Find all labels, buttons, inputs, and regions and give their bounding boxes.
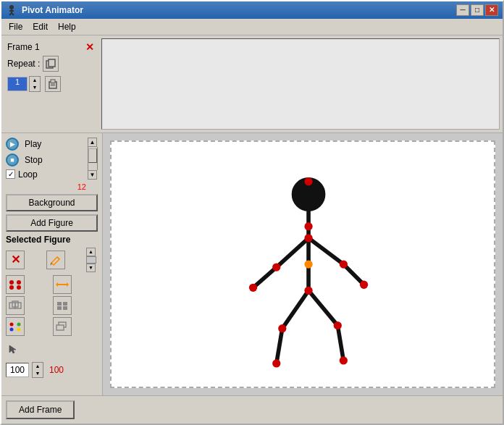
close-button[interactable]: ✕	[485, 4, 498, 16]
svg-line-12	[51, 263, 51, 265]
svg-point-46	[304, 234, 312, 242]
stop-button[interactable]: Stop	[23, 154, 44, 166]
copy-button[interactable]	[43, 56, 59, 72]
svg-point-27	[10, 322, 14, 326]
left-panel: ▶ Play ■ Stop ✓ Loop ▲	[1, 133, 103, 395]
menu-help[interactable]: Help	[54, 20, 80, 33]
svg-point-48	[249, 283, 257, 291]
svg-line-11	[57, 257, 59, 259]
play-icon: ▶	[6, 138, 19, 151]
svg-point-54	[334, 321, 342, 329]
frame-controls: Frame 1 ✕ Repeat : 1 ▲	[4, 38, 98, 130]
top-panel: Frame 1 ✕ Repeat : 1 ▲	[1, 35, 503, 133]
svg-line-40	[282, 290, 308, 328]
app-icon	[6, 4, 17, 16]
paste-icon	[48, 79, 58, 89]
stop-icon: ■	[6, 153, 19, 167]
svg-point-45	[304, 222, 312, 230]
svg-point-44	[304, 177, 312, 185]
fps-display: 12	[6, 182, 98, 191]
arrows-icon	[56, 279, 69, 290]
maximize-button[interactable]: □	[471, 4, 484, 16]
color-dots-button[interactable]	[6, 275, 25, 294]
add-figure-button[interactable]: Add Figure	[6, 214, 98, 232]
svg-point-15	[9, 285, 14, 290]
svg-point-53	[272, 359, 280, 367]
svg-point-28	[17, 322, 21, 326]
paste-button[interactable]	[45, 76, 61, 92]
size-spin-down[interactable]: ▼	[33, 370, 43, 377]
multi-color-button[interactable]	[6, 317, 25, 336]
repeat-input[interactable]: 1	[7, 77, 28, 91]
svg-rect-23	[57, 302, 62, 306]
minimize-button[interactable]: ─	[456, 4, 469, 16]
edit-figure-button[interactable]	[46, 251, 65, 269]
pointer-tool-button[interactable]	[6, 342, 20, 356]
pencil-icon	[50, 254, 62, 266]
frame-strip	[101, 38, 500, 130]
svg-rect-25	[57, 306, 62, 310]
size-spin-up[interactable]: ▲	[33, 363, 43, 370]
figure-scroll-up[interactable]: ▲	[86, 248, 96, 256]
background-button[interactable]: Background	[6, 194, 98, 211]
svg-line-41	[277, 328, 282, 363]
svg-point-0	[9, 5, 14, 9]
play-button[interactable]: Play	[23, 138, 43, 150]
layer-icon	[56, 321, 69, 332]
svg-line-37	[253, 267, 277, 287]
svg-point-16	[17, 285, 21, 290]
stick-figure	[112, 142, 494, 387]
scroll-down-button[interactable]: ▼	[88, 170, 97, 180]
arrow-button[interactable]	[53, 275, 72, 294]
figure-scroll-down[interactable]: ▼	[86, 264, 96, 272]
canvas-area	[103, 133, 503, 395]
pointer-icon	[8, 344, 18, 354]
svg-point-29	[10, 327, 14, 331]
duplicate-button[interactable]	[6, 296, 25, 315]
add-frame-button[interactable]: Add Frame	[6, 400, 75, 419]
duplicate-icon	[9, 300, 22, 311]
bottom-bar: Add Frame	[1, 395, 503, 424]
svg-point-50	[360, 280, 368, 288]
size-value2: 100	[49, 365, 64, 375]
svg-point-49	[340, 260, 348, 268]
svg-point-55	[340, 356, 348, 364]
frame-title: Frame 1	[7, 42, 40, 52]
loop-checkbox[interactable]: ✓	[6, 169, 15, 179]
loop-label: Loop	[18, 169, 38, 180]
svg-line-39	[343, 264, 364, 285]
svg-point-56	[304, 260, 312, 268]
svg-point-51	[304, 287, 312, 295]
menu-file[interactable]: File	[4, 20, 27, 33]
multi-color-icon	[9, 321, 22, 332]
menu-edit[interactable]: Edit	[28, 20, 52, 33]
svg-rect-6	[49, 59, 55, 67]
svg-line-38	[308, 238, 343, 264]
svg-marker-19	[56, 282, 58, 287]
svg-rect-8	[51, 80, 55, 83]
svg-point-14	[17, 280, 21, 285]
size-spinner[interactable]: ▲ ▼	[32, 362, 43, 378]
svg-line-4	[12, 13, 14, 15]
layer-button[interactable]	[53, 317, 72, 336]
spin-down-button[interactable]: ▼	[30, 84, 40, 91]
svg-marker-18	[67, 282, 69, 287]
svg-line-42	[308, 290, 337, 325]
spin-up-button[interactable]: ▲	[30, 77, 40, 84]
svg-point-13	[9, 280, 14, 285]
size-input[interactable]: 100	[6, 363, 29, 377]
frame-close-button[interactable]: ✕	[84, 41, 96, 53]
repeat-label: Repeat :	[7, 59, 40, 69]
svg-line-36	[277, 238, 308, 267]
title-bar: Pivot Animator ─ □ ✕	[1, 1, 503, 19]
scroll-up-button[interactable]: ▲	[88, 138, 97, 147]
svg-rect-32	[56, 325, 64, 330]
app-title: Pivot Animator	[22, 5, 83, 15]
svg-point-52	[278, 324, 286, 332]
canvas-frame[interactable]	[110, 140, 495, 388]
svg-point-30	[17, 327, 21, 331]
repeat-spinner[interactable]: ▲ ▼	[29, 76, 41, 92]
delete-figure-button[interactable]: ✕	[6, 251, 25, 269]
move-button[interactable]	[53, 296, 72, 315]
menu-bar: File Edit Help	[1, 19, 503, 35]
